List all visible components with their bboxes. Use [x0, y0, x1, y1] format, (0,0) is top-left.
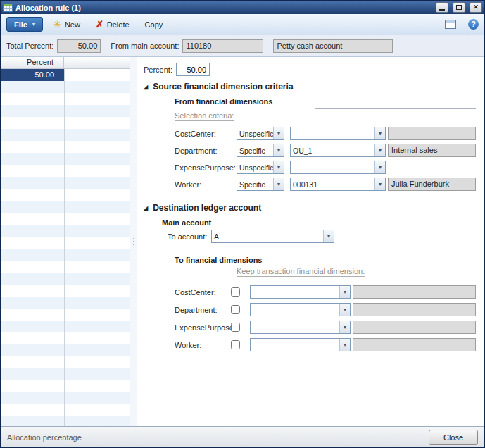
titlebar[interactable]: Allocation rule (1) ✕ [1, 1, 484, 14]
worker-to-label: Worker: [175, 341, 231, 349]
to-account-select[interactable]: A ▾ [211, 230, 334, 243]
dropdown-arrow-icon[interactable]: ▾ [339, 304, 350, 316]
close-window-button[interactable]: ✕ [470, 2, 482, 13]
department-display-field: Internal sales [388, 144, 476, 157]
grid-body: 50.00 [1, 69, 130, 426]
detail-panel: Percent: ◢ Source financial dimension cr… [137, 57, 484, 426]
worker-value-select[interactable]: 000131 ▾ [290, 178, 386, 191]
file-menu-button[interactable]: File ▾ [6, 17, 43, 32]
window-layout-icon[interactable] [445, 20, 456, 29]
dropdown-arrow-icon[interactable]: ▾ [339, 321, 350, 333]
costcenter-value-select[interactable]: ▾ [290, 127, 386, 140]
worker-display-field: Julia Funderburk [388, 178, 476, 191]
percent-label: Percent: [144, 66, 176, 74]
app-icon [3, 3, 13, 13]
grid-header: Percent [1, 57, 130, 69]
department-value-select[interactable]: OU_1 ▾ [290, 144, 386, 157]
expensepurpose-criteria-select[interactable]: Unspecific ▾ [237, 161, 284, 174]
costcenter-to-display-field [353, 285, 476, 299]
close-button[interactable]: Close [429, 430, 478, 445]
percent-cell: 50.00 [1, 69, 64, 81]
department-keep-checkbox[interactable] [231, 305, 240, 314]
total-percent-field: 50.00 [57, 39, 101, 53]
worker-criteria-value: Specific [237, 180, 273, 189]
expensepurpose-to-select[interactable]: ▾ [250, 321, 351, 334]
keep-transaction-label: Keep transaction financial dimension: [237, 267, 365, 277]
empty-cell [64, 69, 130, 81]
help-icon[interactable]: ? [468, 19, 479, 30]
dropdown-arrow-icon[interactable]: ▾ [374, 178, 385, 190]
main-account-name-field: Petty cash account [273, 39, 393, 53]
toolbar-separator [462, 18, 462, 31]
costcenter-keep-checkbox[interactable] [231, 287, 240, 297]
dest-row-costcenter: CostCenter: ▾ [175, 285, 476, 299]
dropdown-arrow-icon[interactable]: ▾ [323, 230, 334, 242]
costcenter-criteria-select[interactable]: Unspecific ▾ [237, 127, 284, 140]
expensepurpose-keep-checkbox[interactable] [231, 323, 240, 332]
costcenter-to-select[interactable]: ▾ [250, 285, 351, 299]
dropdown-arrow-icon[interactable]: ▾ [273, 161, 284, 173]
dropdown-arrow-icon[interactable]: ▾ [273, 144, 284, 156]
section-destination-title: Destination ledger account [153, 203, 261, 213]
allocation-rule-window: Allocation rule (1) ✕ File ▾ ✳ New ✗ Del… [0, 0, 485, 448]
department-label: Department: [175, 147, 237, 155]
source-row-worker: Worker: Specific ▾ 000131 ▾ Julia Funder… [175, 178, 476, 191]
percent-column-header[interactable]: Percent [1, 57, 64, 68]
delete-icon: ✗ [96, 20, 103, 28]
worker-to-select[interactable]: ▾ [250, 338, 351, 351]
to-account-value: A [212, 232, 323, 241]
panel-splitter[interactable] [130, 57, 137, 426]
department-value: OU_1 [291, 147, 374, 155]
worker-criteria-select[interactable]: Specific ▾ [237, 178, 284, 191]
grid-column-separator [64, 69, 65, 426]
dropdown-arrow-icon[interactable]: ▾ [374, 161, 385, 173]
new-button[interactable]: ✳ New [49, 18, 85, 31]
source-row-costcenter: CostCenter: Unspecific ▾ ▾ [175, 127, 476, 140]
expensepurpose-value-select[interactable]: ▾ [290, 161, 386, 174]
toolbar: File ▾ ✳ New ✗ Delete Copy ? [1, 14, 484, 35]
source-section-content: From financial dimensions Selection crit… [144, 97, 476, 191]
worker-to-display-field [353, 338, 476, 351]
percent-field-row: Percent: [144, 63, 476, 76]
minimize-button[interactable] [436, 2, 448, 13]
dest-row-expensepurpose: ExpensePurpose: ▾ [175, 321, 476, 334]
grid-row-selected[interactable]: 50.00 [1, 69, 130, 81]
costcenter-label: CostCenter: [175, 130, 237, 138]
department-to-select[interactable]: ▾ [250, 303, 351, 316]
minimize-icon [439, 9, 445, 11]
close-icon: ✕ [473, 3, 479, 12]
destination-section-content: To financial dimensions Keep transaction… [144, 256, 476, 351]
file-menu-label: File [14, 20, 27, 29]
dropdown-arrow-icon[interactable]: ▾ [374, 144, 385, 156]
dropdown-arrow-icon[interactable]: ▾ [273, 178, 284, 190]
worker-keep-checkbox[interactable] [231, 340, 240, 349]
copy-button-label: Copy [145, 20, 163, 29]
source-row-expensepurpose: ExpensePurpose: Unspecific ▾ ▾ [175, 161, 476, 174]
dropdown-arrow-icon[interactable]: ▾ [273, 127, 284, 139]
dropdown-arrow-icon[interactable]: ▾ [339, 286, 350, 298]
expensepurpose-to-display-field [353, 321, 476, 334]
empty-column-header [64, 57, 130, 68]
section-destination-header[interactable]: ◢ Destination ledger account [144, 203, 476, 213]
section-source-header[interactable]: ◢ Source financial dimension criteria [144, 82, 476, 92]
department-to-display-field [353, 303, 476, 316]
keep-transaction-row: Keep transaction financial dimension: [237, 267, 476, 277]
worker-label: Worker: [175, 180, 237, 189]
dest-row-department: Department: ▾ [175, 303, 476, 316]
department-criteria-select[interactable]: Specific ▾ [237, 144, 284, 157]
dest-row-worker: Worker: ▾ [175, 338, 476, 351]
copy-button[interactable]: Copy [140, 18, 168, 31]
dropdown-arrow-icon[interactable]: ▾ [339, 339, 350, 351]
from-dimensions-label: From financial dimensions [175, 97, 476, 106]
keep-transaction-field-line [367, 268, 476, 275]
from-main-account-field: 110180 [182, 39, 263, 53]
delete-button[interactable]: ✗ Delete [91, 18, 134, 31]
header-fields: Total Percent: 50.00 From main account: … [1, 35, 484, 57]
delete-button-label: Delete [107, 20, 130, 29]
status-text: Allocation percentage [7, 433, 82, 442]
to-account-label: To account: [168, 232, 211, 241]
dropdown-arrow-icon[interactable]: ▾ [374, 127, 385, 139]
maximize-button[interactable] [453, 2, 465, 13]
maximize-icon [456, 5, 462, 10]
percent-input[interactable] [176, 63, 210, 76]
